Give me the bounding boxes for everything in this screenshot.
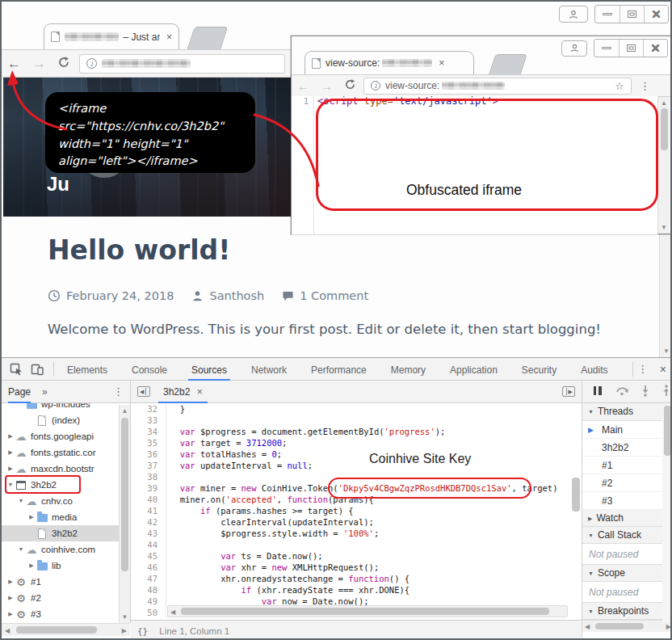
new-tab-button[interactable] [187, 27, 228, 49]
tab-close-icon[interactable]: × [439, 57, 444, 69]
navigator-menu-icon[interactable]: ⋮ [113, 385, 124, 398]
collapse-icon[interactable]: ▼ [6, 477, 15, 493]
expand-icon[interactable]: ▶ [6, 574, 15, 590]
tree-item--2[interactable]: ▶⚙#2 [2, 590, 130, 606]
view-source-tab[interactable]: view-source: × [304, 51, 474, 74]
devtools-tab-performance[interactable]: Performance [311, 358, 367, 381]
devtools-tab-audits[interactable]: Audits [581, 358, 607, 381]
tree-item--index-[interactable]: (index) [2, 412, 130, 428]
reload-icon[interactable] [344, 78, 356, 93]
main-browser-tab[interactable]: – Just an × [44, 23, 179, 49]
bookmark-star-icon[interactable]: ☆ [615, 80, 624, 92]
tree-item-3h2b2[interactable]: 3h2b2 [2, 525, 130, 541]
step-out-icon[interactable] [662, 385, 668, 399]
tree-item-wp-includes[interactable]: wp-includes [2, 403, 130, 412]
devtools-tab-elements[interactable]: Elements [67, 358, 107, 381]
devtools-tab-network[interactable]: Network [251, 358, 287, 381]
forward-icon[interactable]: → [32, 57, 46, 70]
devtools-tab-sources[interactable]: Sources [191, 358, 227, 381]
file-tab-3h2b2[interactable]: 3h2b2 × [158, 381, 208, 403]
more-tabs-icon[interactable]: » [42, 386, 48, 398]
devtools-tab-security[interactable]: Security [522, 358, 556, 381]
editor-horizontal-scrollbar[interactable]: ◀ [167, 605, 568, 617]
maximize-button[interactable] [620, 6, 644, 23]
post-comments[interactable]: 1 Comment [300, 289, 368, 302]
vs-url-bar[interactable]: i view-source: ☆ [363, 78, 632, 95]
source-editor[interactable]: 32 }3334 var $progress = document.getEle… [131, 403, 582, 620]
thread-item--2[interactable]: #2 [582, 474, 672, 492]
tree-item-3h2b2[interactable]: ▼3h2b2 [2, 477, 130, 493]
devtools-tab-memory[interactable]: Memory [391, 358, 426, 381]
tree-item-media[interactable]: ▶media [2, 509, 130, 525]
panel-horizontal-scrollbar[interactable]: ◀ ▶ [582, 620, 672, 632]
post-author[interactable]: Santhosh [209, 289, 264, 302]
scroll-down-icon[interactable]: ▼ [658, 224, 670, 231]
thread-item--3[interactable]: #3 [582, 492, 672, 510]
expand-icon[interactable]: ▶ [6, 461, 15, 477]
panel-vertical-scrollbar[interactable] [662, 404, 672, 622]
devtools-close-icon[interactable]: × [653, 363, 672, 376]
hide-navigator-icon[interactable]: ◀ [137, 386, 150, 397]
expand-icon[interactable]: ▶ [6, 444, 15, 461]
tree-item-lib[interactable]: ▶lib [2, 558, 130, 574]
tree-item--1[interactable]: ▶⚙#1 [2, 574, 130, 590]
file-tab-close-icon[interactable]: × [197, 386, 203, 398]
close-button[interactable]: 🗙 [644, 6, 668, 23]
minimize-button[interactable] [595, 6, 620, 23]
expand-icon[interactable]: ▶ [27, 558, 36, 574]
minimize-button[interactable] [594, 40, 619, 57]
vs-code-area[interactable]: 1<script type='text/javascript'>2<!-- vh… [292, 96, 657, 234]
vs-scrollbar[interactable]: ▲ ▼ [657, 97, 670, 234]
profile-icon[interactable] [561, 40, 587, 57]
tab-close-icon[interactable]: × [166, 32, 172, 43]
step-over-icon[interactable] [615, 385, 629, 398]
section-watch[interactable]: ▶ Watch [582, 509, 672, 527]
section-call-stack[interactable]: ▼ Call Stack [582, 526, 672, 544]
section-scope[interactable]: ▼ Scope [582, 564, 672, 582]
devtools-menu-icon[interactable]: ⋮ [632, 363, 652, 375]
scroll-down-icon[interactable]: ▼ [660, 347, 672, 355]
back-icon[interactable]: ← [297, 80, 309, 92]
browser-menu-icon[interactable]: ⋮ [640, 80, 650, 92]
expand-icon[interactable]: ▶ [27, 509, 36, 525]
new-tab-button[interactable] [489, 54, 527, 74]
thread-item-main[interactable]: Main [582, 421, 672, 439]
device-toolbar-icon[interactable] [31, 363, 44, 376]
tree-item-maxcdn-bootstr[interactable]: ▶☁maxcdn.bootstr [2, 461, 130, 477]
forward-icon[interactable]: → [321, 80, 333, 92]
collapse-icon[interactable]: ▼ [17, 541, 25, 558]
expand-icon[interactable]: ▶ [6, 590, 15, 606]
section-threads[interactable]: ▼ Threads [582, 403, 672, 421]
info-icon[interactable]: i [86, 58, 97, 69]
thread-item-3h2b2[interactable]: 3h2b2 [582, 439, 672, 457]
main-url-bar[interactable]: i [79, 54, 285, 74]
section-breakpoints[interactable]: ▼ Breakpoints ▼ [582, 602, 672, 620]
devtools-tab-application[interactable]: Application [450, 358, 498, 381]
back-icon[interactable]: ← [7, 57, 21, 70]
format-code-icon[interactable]: {} [137, 626, 148, 637]
tree-item-fonts-gstatic-cor[interactable]: ▶☁fonts.gstatic.cor [2, 444, 130, 461]
tree-item-coinhive-com[interactable]: ▼☁coinhive.com [2, 541, 130, 558]
thread-item--1[interactable]: #1 [582, 457, 672, 474]
reload-icon[interactable] [57, 56, 70, 71]
post-date[interactable]: February 24, 2018 [66, 289, 174, 302]
expand-icon[interactable]: ▶ [6, 428, 15, 444]
tree-item-cnhv-co[interactable]: ▼☁cnhv.co [2, 493, 130, 509]
scroll-down-icon[interactable]: ▼ [120, 613, 130, 621]
info-icon[interactable]: i [371, 81, 380, 91]
close-button[interactable]: 🗙 [643, 40, 667, 57]
collapse-icon[interactable]: ▼ [17, 493, 25, 509]
show-more-files-icon[interactable]: ▶ [562, 386, 575, 397]
expand-icon[interactable]: ▶ [6, 606, 15, 622]
navigator-tab-page[interactable]: Page [8, 381, 31, 403]
scroll-up-icon[interactable]: ▲ [658, 99, 670, 107]
maximize-button[interactable] [619, 40, 643, 57]
tree-item-fonts-googleapi[interactable]: ▶☁fonts.googleapi [2, 428, 130, 444]
editor-vertical-scrollbar[interactable] [570, 403, 582, 620]
profile-icon[interactable] [559, 6, 588, 23]
tree-vertical-scrollbar[interactable]: ▲ ▼ [119, 405, 130, 623]
tree-horizontal-scrollbar[interactable]: ◀ ▶ [2, 623, 130, 636]
step-into-icon[interactable] [640, 385, 650, 399]
pause-script-icon[interactable] [592, 386, 603, 398]
devtools-tab-console[interactable]: Console [132, 358, 167, 381]
